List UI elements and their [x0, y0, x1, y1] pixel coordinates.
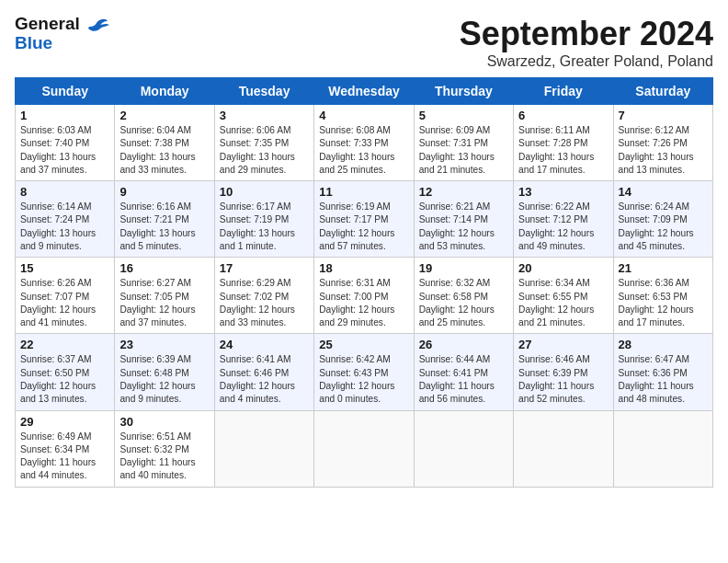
- day-info: Sunrise: 6:21 AM Sunset: 7:14 PM Dayligh…: [419, 201, 508, 253]
- col-friday: Friday: [514, 78, 613, 105]
- day-info: Sunrise: 6:08 AM Sunset: 7:33 PM Dayligh…: [319, 124, 408, 177]
- table-row: 29Sunrise: 6:49 AM Sunset: 6:34 PM Dayli…: [16, 410, 115, 487]
- day-number: 13: [518, 185, 608, 199]
- table-row: 13Sunrise: 6:22 AM Sunset: 7:12 PM Dayli…: [514, 181, 613, 258]
- day-info: Sunrise: 6:16 AM Sunset: 7:21 PM Dayligh…: [119, 201, 209, 253]
- calendar-week-row: 22Sunrise: 6:37 AM Sunset: 6:50 PM Dayli…: [16, 334, 713, 410]
- day-info: Sunrise: 6:27 AM Sunset: 7:05 PM Dayligh…: [119, 277, 209, 329]
- col-saturday: Saturday: [613, 78, 712, 105]
- table-row: [613, 410, 712, 487]
- table-row: 25Sunrise: 6:42 AM Sunset: 6:43 PM Dayli…: [314, 334, 414, 410]
- logo-general-text: General: [15, 15, 80, 34]
- table-row: 8Sunrise: 6:14 AM Sunset: 7:24 PM Daylig…: [16, 181, 115, 258]
- table-row: 16Sunrise: 6:27 AM Sunset: 7:05 PM Dayli…: [115, 258, 214, 334]
- table-row: [214, 410, 313, 487]
- day-info: Sunrise: 6:36 AM Sunset: 6:53 PM Dayligh…: [619, 277, 708, 329]
- page-header: General Blue September 2024 Swarzedz, Gr…: [15, 15, 713, 70]
- day-number: 2: [119, 109, 209, 122]
- table-row: 19Sunrise: 6:32 AM Sunset: 6:58 PM Dayli…: [414, 258, 513, 334]
- table-row: 6Sunrise: 6:11 AM Sunset: 7:28 PM Daylig…: [514, 105, 613, 181]
- table-row: 22Sunrise: 6:37 AM Sunset: 6:50 PM Dayli…: [16, 334, 115, 410]
- day-info: Sunrise: 6:39 AM Sunset: 6:48 PM Dayligh…: [119, 353, 209, 406]
- calendar-table: Sunday Monday Tuesday Wednesday Thursday…: [15, 77, 713, 488]
- table-row: 28Sunrise: 6:47 AM Sunset: 6:36 PM Dayli…: [613, 334, 712, 410]
- table-row: 17Sunrise: 6:29 AM Sunset: 7:02 PM Dayli…: [214, 258, 313, 334]
- day-number: 11: [319, 185, 408, 199]
- table-row: 3Sunrise: 6:06 AM Sunset: 7:35 PM Daylig…: [214, 105, 313, 181]
- table-row: 2Sunrise: 6:04 AM Sunset: 7:38 PM Daylig…: [115, 105, 214, 181]
- day-info: Sunrise: 6:49 AM Sunset: 6:34 PM Dayligh…: [20, 431, 109, 483]
- day-info: Sunrise: 6:06 AM Sunset: 7:35 PM Dayligh…: [220, 124, 309, 177]
- page-subtitle: Swarzedz, Greater Poland, Poland: [460, 53, 713, 70]
- day-info: Sunrise: 6:47 AM Sunset: 6:36 PM Dayligh…: [619, 353, 708, 406]
- day-number: 22: [20, 338, 109, 351]
- day-info: Sunrise: 6:24 AM Sunset: 7:09 PM Dayligh…: [619, 201, 708, 253]
- day-number: 17: [220, 261, 309, 275]
- day-info: Sunrise: 6:17 AM Sunset: 7:19 PM Dayligh…: [220, 201, 309, 253]
- day-info: Sunrise: 6:34 AM Sunset: 6:55 PM Dayligh…: [518, 277, 608, 329]
- table-row: 15Sunrise: 6:26 AM Sunset: 7:07 PM Dayli…: [16, 258, 115, 334]
- calendar-week-row: 29Sunrise: 6:49 AM Sunset: 6:34 PM Dayli…: [16, 410, 713, 487]
- day-info: Sunrise: 6:22 AM Sunset: 7:12 PM Dayligh…: [518, 201, 608, 253]
- day-number: 16: [119, 261, 209, 275]
- table-row: 14Sunrise: 6:24 AM Sunset: 7:09 PM Dayli…: [613, 181, 712, 258]
- day-info: Sunrise: 6:31 AM Sunset: 7:00 PM Dayligh…: [319, 277, 408, 329]
- table-row: 12Sunrise: 6:21 AM Sunset: 7:14 PM Dayli…: [414, 181, 513, 258]
- table-row: 23Sunrise: 6:39 AM Sunset: 6:48 PM Dayli…: [115, 334, 214, 410]
- day-number: 23: [119, 338, 209, 351]
- calendar-week-row: 15Sunrise: 6:26 AM Sunset: 7:07 PM Dayli…: [16, 258, 713, 334]
- table-row: 20Sunrise: 6:34 AM Sunset: 6:55 PM Dayli…: [514, 258, 613, 334]
- day-info: Sunrise: 6:41 AM Sunset: 6:46 PM Dayligh…: [220, 353, 309, 406]
- day-info: Sunrise: 6:26 AM Sunset: 7:07 PM Dayligh…: [20, 277, 109, 329]
- calendar-week-row: 1Sunrise: 6:03 AM Sunset: 7:40 PM Daylig…: [16, 105, 713, 181]
- day-info: Sunrise: 6:32 AM Sunset: 6:58 PM Dayligh…: [419, 277, 508, 329]
- day-number: 15: [20, 261, 109, 275]
- day-number: 29: [20, 415, 109, 429]
- day-info: Sunrise: 6:11 AM Sunset: 7:28 PM Dayligh…: [518, 124, 608, 177]
- day-info: Sunrise: 6:03 AM Sunset: 7:40 PM Dayligh…: [20, 124, 109, 177]
- day-info: Sunrise: 6:19 AM Sunset: 7:17 PM Dayligh…: [319, 201, 408, 253]
- calendar-header-row: Sunday Monday Tuesday Wednesday Thursday…: [16, 78, 713, 105]
- day-number: 1: [20, 109, 109, 122]
- table-row: 5Sunrise: 6:09 AM Sunset: 7:31 PM Daylig…: [414, 105, 513, 181]
- day-number: 6: [518, 109, 608, 122]
- title-block: September 2024 Swarzedz, Greater Poland,…: [460, 15, 713, 70]
- table-row: 24Sunrise: 6:41 AM Sunset: 6:46 PM Dayli…: [214, 334, 313, 410]
- table-row: 9Sunrise: 6:16 AM Sunset: 7:21 PM Daylig…: [115, 181, 214, 258]
- table-row: [314, 410, 414, 487]
- table-row: 18Sunrise: 6:31 AM Sunset: 7:00 PM Dayli…: [314, 258, 414, 334]
- day-info: Sunrise: 6:37 AM Sunset: 6:50 PM Dayligh…: [20, 353, 109, 406]
- logo-bird-icon: [82, 16, 111, 45]
- day-info: Sunrise: 6:29 AM Sunset: 7:02 PM Dayligh…: [220, 277, 309, 329]
- day-number: 25: [319, 338, 408, 351]
- table-row: 4Sunrise: 6:08 AM Sunset: 7:33 PM Daylig…: [314, 105, 414, 181]
- day-info: Sunrise: 6:04 AM Sunset: 7:38 PM Dayligh…: [119, 124, 209, 177]
- day-number: 30: [119, 415, 209, 429]
- table-row: 7Sunrise: 6:12 AM Sunset: 7:26 PM Daylig…: [613, 105, 712, 181]
- day-number: 20: [518, 261, 608, 275]
- day-info: Sunrise: 6:46 AM Sunset: 6:39 PM Dayligh…: [518, 353, 608, 406]
- page-title: September 2024: [460, 15, 713, 53]
- col-thursday: Thursday: [414, 78, 513, 105]
- day-number: 4: [319, 109, 408, 122]
- day-number: 28: [619, 338, 708, 351]
- table-row: 26Sunrise: 6:44 AM Sunset: 6:41 PM Dayli…: [414, 334, 513, 410]
- day-number: 3: [220, 109, 309, 122]
- table-row: [514, 410, 613, 487]
- table-row: 10Sunrise: 6:17 AM Sunset: 7:19 PM Dayli…: [214, 181, 313, 258]
- day-number: 12: [419, 185, 508, 199]
- day-number: 9: [119, 185, 209, 199]
- col-wednesday: Wednesday: [314, 78, 414, 105]
- calendar-week-row: 8Sunrise: 6:14 AM Sunset: 7:24 PM Daylig…: [16, 181, 713, 258]
- day-info: Sunrise: 6:44 AM Sunset: 6:41 PM Dayligh…: [419, 353, 508, 406]
- day-number: 19: [419, 261, 508, 275]
- day-number: 27: [518, 338, 608, 351]
- table-row: 27Sunrise: 6:46 AM Sunset: 6:39 PM Dayli…: [514, 334, 613, 410]
- logo-blue-text: Blue: [15, 34, 80, 53]
- day-info: Sunrise: 6:09 AM Sunset: 7:31 PM Dayligh…: [419, 124, 508, 177]
- table-row: 11Sunrise: 6:19 AM Sunset: 7:17 PM Dayli…: [314, 181, 414, 258]
- day-number: 14: [619, 185, 708, 199]
- col-sunday: Sunday: [16, 78, 115, 105]
- day-info: Sunrise: 6:51 AM Sunset: 6:32 PM Dayligh…: [119, 431, 209, 483]
- day-number: 8: [20, 185, 109, 199]
